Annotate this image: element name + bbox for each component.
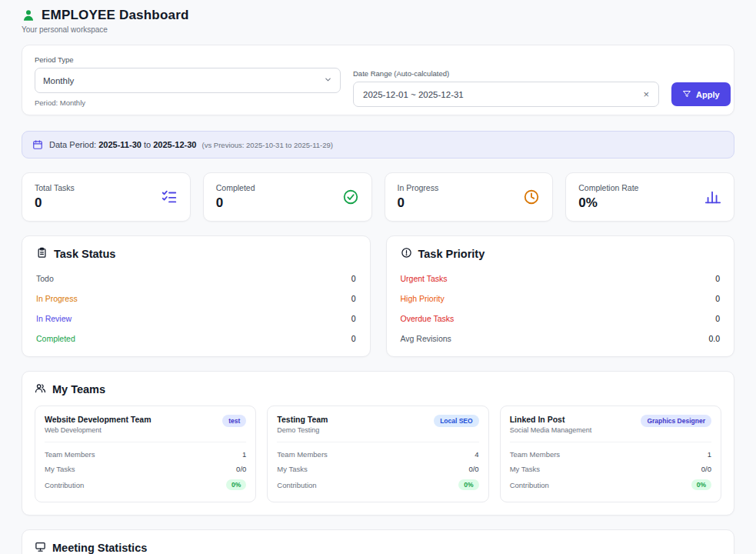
status-value: 0 bbox=[351, 274, 356, 283]
priority-row-avg-revisions: Avg Revisions 0.0 bbox=[401, 329, 721, 349]
stat-label: Completion Rate bbox=[578, 183, 638, 192]
period-type-label: Period Type bbox=[35, 55, 341, 64]
team-contribution-row: Contribution 0% bbox=[45, 476, 246, 493]
status-value: 0 bbox=[351, 334, 356, 343]
checklist-icon bbox=[161, 189, 178, 205]
status-label: In Review bbox=[36, 314, 72, 323]
stat-cards-row: Total Tasks 0 Completed 0 In Progress 0 bbox=[22, 172, 734, 222]
team-role-badge: test bbox=[222, 415, 246, 427]
stat-value: 0 bbox=[216, 195, 255, 211]
page-title: EMPLOYEE Dashboard bbox=[42, 8, 189, 23]
task-priority-panel: Task Priority Urgent Tasks 0 High Priori… bbox=[386, 235, 735, 357]
team-card-website-development: Website Development Team Web Development… bbox=[35, 405, 256, 502]
page-header: EMPLOYEE Dashboard bbox=[22, 8, 734, 23]
data-period-end: 2025-12-30 bbox=[153, 140, 196, 149]
priority-label: Overdue Tasks bbox=[401, 314, 455, 323]
presentation-icon bbox=[35, 541, 46, 554]
team-card-testing-team: Testing Team Demo Testing Local SEO Team… bbox=[267, 405, 488, 502]
team-contribution-label: Contribution bbox=[45, 481, 84, 489]
stat-value: 0 bbox=[35, 195, 75, 211]
team-tasks-value: 0/0 bbox=[701, 465, 711, 473]
team-contribution-badge: 0% bbox=[691, 479, 711, 490]
stat-card-completion-rate: Completion Rate 0% bbox=[565, 172, 734, 222]
stat-card-total-tasks: Total Tasks 0 bbox=[22, 172, 191, 222]
period-helper-text: Period: Monthly bbox=[35, 98, 341, 107]
team-contribution-label: Contribution bbox=[510, 481, 549, 489]
status-row-in-progress: In Progress 0 bbox=[36, 289, 356, 309]
priority-row-overdue: Overdue Tasks 0 bbox=[401, 309, 721, 329]
meeting-statistics-header: Meeting Statistics bbox=[35, 541, 721, 554]
task-status-title: Task Status bbox=[54, 248, 115, 260]
task-panels-row: Task Status Todo 0 In Progress 0 In Revi… bbox=[22, 235, 734, 357]
team-tasks-row: My Tasks 0/0 bbox=[45, 462, 246, 476]
stat-label: Completed bbox=[216, 183, 255, 192]
meeting-statistics-title: Meeting Statistics bbox=[52, 542, 147, 554]
stat-value: 0 bbox=[398, 195, 439, 211]
team-members-row: Team Members 1 bbox=[510, 447, 711, 462]
employee-person-icon bbox=[22, 8, 35, 22]
status-value: 0 bbox=[351, 294, 356, 303]
team-members-value: 1 bbox=[708, 450, 711, 459]
check-circle-icon bbox=[342, 189, 359, 205]
status-row-completed: Completed 0 bbox=[36, 329, 356, 349]
period-type-select[interactable]: Monthly bbox=[35, 68, 341, 93]
my-teams-card: My Teams Website Development Team Web De… bbox=[22, 371, 734, 516]
calendar-icon bbox=[32, 139, 43, 150]
data-period-start: 2025-11-30 bbox=[98, 140, 142, 149]
clock-icon bbox=[523, 189, 540, 205]
stat-label: In Progress bbox=[398, 183, 439, 192]
team-subtitle: Social Media Management bbox=[510, 426, 592, 434]
priority-value: 0.0 bbox=[708, 334, 720, 343]
date-range-input[interactable] bbox=[361, 89, 641, 100]
priority-value: 0 bbox=[715, 314, 720, 323]
team-name: Testing Team bbox=[277, 415, 328, 424]
my-teams-title: My Teams bbox=[52, 383, 105, 395]
data-period-previous: (vs Previous: 2025-10-31 to 2025-11-29) bbox=[202, 141, 333, 149]
priority-row-urgent: Urgent Tasks 0 bbox=[401, 269, 721, 289]
team-subtitle: Web Development bbox=[45, 426, 151, 434]
data-period-joiner: to bbox=[144, 140, 151, 149]
stat-card-completed: Completed 0 bbox=[203, 172, 372, 222]
priority-value: 0 bbox=[715, 294, 720, 303]
stat-card-in-progress: In Progress 0 bbox=[385, 172, 554, 222]
priority-label: Urgent Tasks bbox=[401, 274, 448, 283]
dashboard-page: EMPLOYEE Dashboard Your personal workspa… bbox=[0, 0, 756, 554]
team-members-value: 1 bbox=[242, 450, 246, 459]
team-members-row: Team Members 4 bbox=[277, 447, 478, 462]
team-role-badge: Local SEO bbox=[434, 415, 479, 427]
team-name: Linked In Post bbox=[510, 415, 592, 424]
team-contribution-row: Contribution 0% bbox=[510, 476, 711, 493]
team-tasks-label: My Tasks bbox=[510, 465, 540, 473]
page-subtitle: Your personal workspace bbox=[22, 25, 734, 34]
bar-chart-icon bbox=[704, 189, 721, 205]
task-status-header: Task Status bbox=[36, 247, 356, 261]
apply-button[interactable]: Apply bbox=[671, 82, 731, 106]
period-type-selected-value: Monthly bbox=[43, 76, 74, 85]
clear-date-icon[interactable]: × bbox=[641, 89, 651, 99]
team-tasks-label: My Tasks bbox=[45, 465, 75, 473]
date-range-field[interactable]: × bbox=[353, 82, 659, 107]
team-members-label: Team Members bbox=[45, 450, 95, 459]
status-label: Todo bbox=[36, 274, 54, 283]
priority-value: 0 bbox=[715, 274, 720, 283]
team-tasks-value: 0/0 bbox=[236, 465, 246, 473]
clipboard-icon bbox=[36, 247, 48, 261]
filter-card: Period Type Monthly Period: Monthly Date… bbox=[22, 45, 734, 115]
my-teams-header: My Teams bbox=[35, 382, 721, 396]
task-priority-header: Task Priority bbox=[401, 247, 721, 261]
data-period-prefix: Data Period: bbox=[49, 140, 96, 149]
status-label: In Progress bbox=[36, 294, 78, 303]
team-contribution-badge: 0% bbox=[226, 479, 246, 490]
data-period-banner: Data Period: 2025-11-30 to 2025-12-30 (v… bbox=[22, 131, 734, 159]
status-value: 0 bbox=[351, 314, 356, 323]
alert-circle-icon bbox=[401, 247, 412, 261]
team-contribution-label: Contribution bbox=[277, 481, 316, 489]
team-name: Website Development Team bbox=[45, 415, 151, 424]
status-row-todo: Todo 0 bbox=[36, 269, 356, 289]
team-members-label: Team Members bbox=[510, 450, 560, 459]
team-card-linked-in-post: Linked In Post Social Media Management G… bbox=[500, 405, 721, 502]
status-row-in-review: In Review 0 bbox=[36, 309, 356, 329]
priority-label: High Priority bbox=[401, 294, 445, 303]
date-range-label: Date Range (Auto-calculated) bbox=[353, 69, 659, 78]
data-period-text: Data Period: 2025-11-30 to 2025-12-30 (v… bbox=[49, 140, 333, 149]
